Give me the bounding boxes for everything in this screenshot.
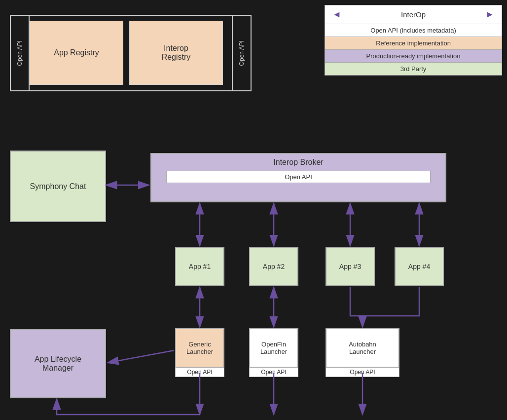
legend-open-api-row: Open API (includes metadata) — [325, 24, 502, 37]
legend-open-api-label: Open API (includes metadata) — [370, 27, 456, 34]
app3-to-autobahn-arrow — [350, 287, 362, 327]
openfin-launcher-label: OpenFinLauncher — [260, 341, 287, 355]
generic-launcher-section: GenericLauncher Open API — [175, 328, 224, 377]
openfin-launcher-box: OpenFinLauncher — [249, 328, 298, 368]
symphony-chat-label: Symphony Chat — [30, 182, 86, 191]
arrow-right-icon: ► — [485, 9, 494, 20]
app-registry-box: App Registry — [30, 21, 123, 85]
interop-broker-open-api: Open API — [166, 171, 431, 183]
legend: ◄ InterOp ► Open API (includes metadata)… — [325, 5, 502, 76]
launcher-to-lifecycle-arrow — [108, 350, 174, 363]
autobahn-launcher-label: AutobahnLauncher — [349, 341, 376, 355]
openfin-launcher-section: OpenFinLauncher Open API — [249, 328, 298, 377]
legend-prod-ready-label: Production-ready implementation — [366, 52, 461, 60]
interop-registry-label: InteropRegistry — [162, 44, 191, 62]
interop-broker-box: Interop Broker Open API — [150, 153, 446, 202]
interop-registry-box: InteropRegistry — [129, 21, 223, 85]
legend-ref-impl-label: Reference implementation — [376, 39, 451, 47]
app-1-label: App #1 — [189, 263, 211, 270]
legend-interop-arrow: ◄ InterOp ► — [330, 8, 497, 21]
diagram: Open API App Registry InteropRegistry Op… — [0, 0, 507, 420]
legend-prod-ready-row: Production-ready implementation — [325, 50, 502, 63]
app-lifecycle-box: App LifecycleManager — [10, 329, 106, 398]
interop-broker-label: Interop Broker — [273, 158, 323, 167]
app-2-box: App #2 — [249, 247, 298, 286]
arrow-left-icon: ◄ — [332, 9, 341, 20]
autobahn-launcher-section: AutobahnLauncher Open API — [326, 328, 399, 377]
autobahn-launcher-open-api: Open API — [326, 368, 399, 377]
app-1-box: App #1 — [175, 247, 224, 286]
legend-ref-impl-row: Reference implementation — [325, 37, 502, 50]
app-3-label: App #3 — [339, 263, 361, 270]
generic-launcher-open-api: Open API — [175, 368, 224, 377]
generic-launcher-box: GenericLauncher — [175, 328, 224, 368]
legend-interop-label: InterOp — [401, 10, 426, 19]
autobahn-launcher-box: AutobahnLauncher — [326, 328, 399, 368]
open-api-right-label: Open API — [232, 16, 251, 90]
open-api-left-label: Open API — [11, 16, 30, 90]
bottom-to-lifecycle-arrow — [57, 399, 200, 415]
legend-third-party-label: 3rd Party — [400, 65, 427, 73]
generic-launcher-label: GenericLauncher — [186, 341, 213, 355]
app-registry-label: App Registry — [54, 48, 99, 57]
symphony-chat-box: Symphony Chat — [10, 151, 106, 222]
legend-third-party-row: 3rd Party — [325, 63, 502, 75]
openfin-launcher-open-api: Open API — [249, 368, 298, 377]
top-registry-section: Open API App Registry InteropRegistry Op… — [10, 15, 252, 91]
app-4-label: App #4 — [408, 263, 430, 270]
app-3-box: App #3 — [326, 247, 375, 286]
app-4-box: App #4 — [395, 247, 444, 286]
app4-to-autobahn-merge — [362, 287, 419, 316]
app-lifecycle-label: App LifecycleManager — [35, 355, 81, 373]
legend-interop-row: ◄ InterOp ► — [325, 5, 502, 24]
app-2-label: App #2 — [263, 263, 285, 270]
